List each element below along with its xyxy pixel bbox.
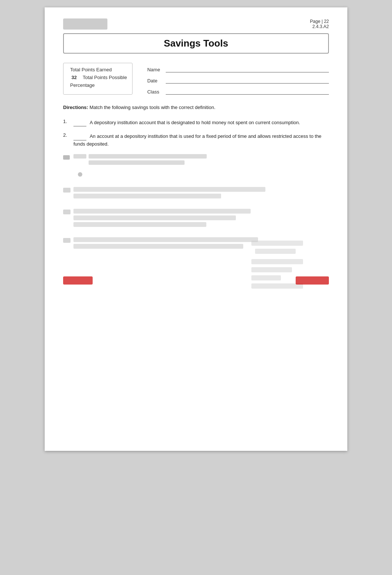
footer-logo-left bbox=[63, 276, 93, 285]
info-section: Total Points Earned 32 Total Points Poss… bbox=[63, 63, 329, 95]
question-1-number: 1. bbox=[63, 119, 73, 124]
question-1-content: A depository institution account that is… bbox=[73, 119, 329, 127]
name-label: Name bbox=[147, 67, 162, 72]
footer-logo-right bbox=[296, 276, 329, 285]
directions: Directions: Match the following savings … bbox=[63, 104, 329, 111]
answer-item-2 bbox=[255, 249, 296, 254]
question-2-text: An account at a depository institution t… bbox=[73, 133, 321, 147]
header-row: Page | 22 2.4.3.A2 bbox=[63, 18, 329, 30]
blurred-bullet bbox=[78, 172, 329, 177]
title-box: Savings Tools bbox=[63, 33, 329, 54]
class-line[interactable] bbox=[166, 89, 329, 95]
date-label: Date bbox=[147, 78, 162, 84]
date-line[interactable] bbox=[166, 78, 329, 84]
answer-item-6 bbox=[251, 283, 303, 289]
percentage-label: Percentage bbox=[66, 82, 127, 88]
answer-item-4 bbox=[251, 267, 292, 272]
footer-right bbox=[296, 276, 329, 285]
total-points-earned-row: Total Points Earned bbox=[66, 67, 127, 72]
question-1-row: 1. A depository institution account that… bbox=[63, 119, 329, 127]
name-date-section: Name Date Class bbox=[147, 63, 329, 95]
logo-area bbox=[63, 18, 107, 30]
total-points-earned-label: Total Points Earned bbox=[66, 67, 127, 72]
class-field-row: Class bbox=[147, 89, 329, 95]
answer-item-3 bbox=[251, 259, 303, 264]
directions-text: Match the following savings tools with t… bbox=[88, 105, 216, 110]
blurred-section-4 bbox=[63, 187, 329, 198]
total-points-possible-row: 32 Total Points Possible bbox=[66, 75, 127, 80]
question-3-row bbox=[63, 154, 329, 166]
total-points-possible-value: 32 bbox=[66, 75, 77, 80]
question-1-blank[interactable] bbox=[73, 119, 86, 127]
name-field-row: Name bbox=[147, 67, 329, 72]
page-title: Savings Tools bbox=[164, 38, 228, 49]
answer-item-1 bbox=[251, 241, 303, 246]
name-line[interactable] bbox=[166, 67, 329, 72]
question-2-number: 2. bbox=[63, 132, 73, 138]
class-label: Class bbox=[147, 89, 162, 95]
blurred-section-5 bbox=[63, 209, 329, 227]
logo-placeholder bbox=[63, 18, 107, 30]
total-points-possible-label: Total Points Possible bbox=[79, 75, 127, 80]
date-field-row: Date bbox=[147, 78, 329, 84]
question-2-blank[interactable] bbox=[73, 132, 86, 140]
page-number: Page | 22 2.4.3.A2 bbox=[310, 19, 329, 29]
footer-left bbox=[63, 276, 93, 285]
question-2-row: 2. An account at a depository institutio… bbox=[63, 132, 329, 148]
score-box: Total Points Earned 32 Total Points Poss… bbox=[63, 63, 133, 95]
directions-prefix: Directions: bbox=[63, 105, 88, 110]
question-2-content: An account at a depository institution t… bbox=[73, 132, 329, 148]
page-container: Page | 22 2.4.3.A2 Savings Tools Total P… bbox=[45, 7, 347, 451]
percentage-row: Percentage bbox=[66, 82, 127, 88]
answer-item-5 bbox=[251, 275, 281, 280]
question-1-text: A depository institution account that is… bbox=[90, 120, 300, 125]
